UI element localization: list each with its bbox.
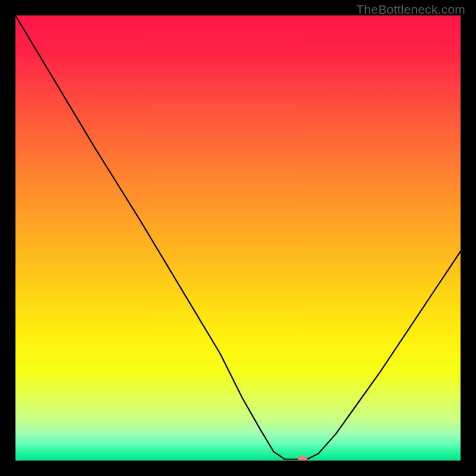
plot-area bbox=[15, 15, 461, 461]
watermark-text: TheBottleneck.com bbox=[356, 2, 465, 17]
gradient-background bbox=[15, 15, 461, 461]
chart-container: TheBottleneck.com bbox=[0, 0, 476, 476]
chart-svg bbox=[15, 15, 461, 461]
